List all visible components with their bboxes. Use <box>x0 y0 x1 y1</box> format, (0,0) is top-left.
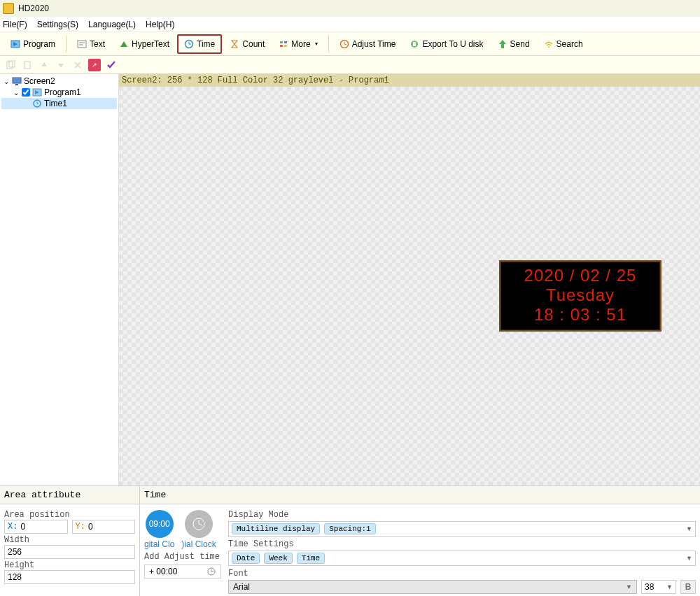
svg-point-18 <box>548 46 550 48</box>
time-settings-field[interactable]: Date Week Time ▼ <box>228 551 696 566</box>
svg-rect-8 <box>280 41 283 43</box>
tb-hypertext[interactable]: HyperText <box>113 34 176 54</box>
chevron-down-icon[interactable]: ▼ <box>686 525 692 532</box>
chevron-down-icon: ▼ <box>666 583 673 590</box>
led-preview[interactable]: 2020 / 02 / 25 Tuesday 18 : 03 : 51 <box>499 260 662 332</box>
send-icon <box>498 39 507 49</box>
led-day: Tuesday <box>503 285 657 305</box>
sub-export[interactable]: ↗ <box>88 59 101 71</box>
wifi-icon <box>544 39 554 49</box>
toolbar: Program Text HyperText Time Count More ▾ <box>0 32 700 56</box>
tb-time[interactable]: Time <box>177 34 222 54</box>
area-position-label: Area position <box>4 510 135 520</box>
tag-date[interactable]: Date <box>232 553 260 564</box>
time-panel: Time 09:00 gital Clo )ial Clock <box>140 486 700 596</box>
tag-week[interactable]: Week <box>264 553 292 564</box>
svg-rect-2 <box>78 41 86 48</box>
sub-check[interactable] <box>105 59 118 71</box>
export-icon: ↗ <box>88 59 101 71</box>
sub-up[interactable] <box>38 59 50 71</box>
display-mode-label: Display Mode <box>228 510 696 520</box>
x-prefix: X: <box>8 522 18 532</box>
tb-text[interactable]: Text <box>71 34 111 54</box>
y-field-wrap: Y: <box>72 520 136 534</box>
canvas-panel: Screen2: 256 * 128 Full Color 32 graylev… <box>119 74 700 485</box>
tb-count[interactable]: Count <box>223 34 271 54</box>
app-icon <box>3 3 14 14</box>
svg-rect-11 <box>284 45 287 47</box>
tree-panel: ⌄ Screen2 ⌄ Program1 Time1 <box>0 74 119 485</box>
chevron-down-icon[interactable]: ▼ <box>686 555 692 562</box>
play-icon <box>10 39 20 49</box>
sub-paste[interactable] <box>21 59 34 71</box>
svg-line-14 <box>344 44 346 45</box>
height-label: Height <box>4 560 135 570</box>
height-input[interactable] <box>4 570 135 584</box>
y-input[interactable] <box>88 520 132 533</box>
menu-file[interactable]: File(F) <box>3 20 27 29</box>
display-mode-field[interactable]: Multiline display Spacing:1 ▼ <box>228 521 696 537</box>
svg-rect-10 <box>280 45 283 47</box>
tree-twisty[interactable]: ⌄ <box>13 89 20 97</box>
led-time: 18 : 03 : 51 <box>503 305 657 325</box>
sub-delete[interactable] <box>71 59 84 71</box>
area-attribute-panel: Area attribute Area position X: Y: Width… <box>0 486 140 596</box>
text-icon <box>77 39 87 49</box>
x-input[interactable] <box>20 520 64 533</box>
monitor-icon <box>12 76 22 86</box>
font-size-select[interactable]: 38 ▼ <box>641 580 676 594</box>
clock-icon <box>184 39 194 49</box>
menu-help[interactable]: Help(H) <box>146 20 174 29</box>
digital-clock-icon: 09:00 <box>146 510 174 538</box>
font-select[interactable]: Arial ▼ <box>228 580 637 594</box>
tree-twisty[interactable]: ⌄ <box>3 78 10 85</box>
tree-screen[interactable]: ⌄ Screen2 <box>1 76 117 87</box>
more-icon <box>279 39 288 49</box>
area-panel-title: Area attribute <box>0 486 139 504</box>
width-input[interactable] <box>4 545 135 559</box>
svg-rect-21 <box>24 62 30 69</box>
tag-multiline[interactable]: Multiline display <box>232 523 320 534</box>
width-label: Width <box>4 535 135 545</box>
app-title: HD2020 <box>18 3 49 13</box>
time-settings-label: Time Settings <box>228 539 696 549</box>
dial-clock-choice[interactable]: )ial Clock <box>181 510 216 549</box>
tb-search[interactable]: Search <box>538 34 589 54</box>
chevron-down-icon: ▼ <box>626 583 632 590</box>
hypertext-icon <box>119 39 129 49</box>
tb-program[interactable]: Program <box>4 34 62 54</box>
adjust-clock-icon <box>340 39 349 49</box>
tb-more[interactable]: More ▾ <box>272 34 323 54</box>
adjust-label: Add Adjust time <box>144 552 221 562</box>
svg-marker-22 <box>41 62 47 66</box>
hourglass-icon <box>230 39 239 49</box>
usb-icon <box>410 39 419 49</box>
bold-button[interactable]: B <box>680 580 696 594</box>
font-label: Font <box>228 569 696 579</box>
sub-down[interactable] <box>55 59 67 71</box>
tb-export-usb[interactable]: Export To U disk <box>403 34 489 54</box>
y-prefix: Y: <box>76 522 85 532</box>
tree-program-check[interactable] <box>22 88 30 97</box>
adjust-time-field[interactable]: + 00:00 <box>144 565 221 579</box>
tree-time-item[interactable]: Time1 <box>1 98 117 109</box>
tag-spacing[interactable]: Spacing:1 <box>324 523 375 534</box>
separator <box>328 36 329 52</box>
canvas-area[interactable]: 2020 / 02 / 25 Tuesday 18 : 03 : 51 <box>119 87 700 485</box>
time-panel-title: Time <box>140 486 700 504</box>
svg-marker-23 <box>58 64 64 68</box>
sub-copy[interactable] <box>4 59 17 71</box>
menu-language[interactable]: Language(L) <box>88 20 136 29</box>
separator <box>66 36 66 52</box>
tb-adjust-time[interactable]: Adjust Time <box>333 34 402 54</box>
chevron-down-icon: ▾ <box>315 41 318 47</box>
digital-clock-choice[interactable]: 09:00 gital Clo <box>144 510 174 549</box>
tb-send[interactable]: Send <box>491 34 536 54</box>
tag-time[interactable]: Time <box>297 553 325 564</box>
title-bar: HD2020 <box>0 0 700 17</box>
menu-settings[interactable]: Settings(S) <box>37 20 78 29</box>
svg-line-33 <box>199 524 202 525</box>
svg-rect-24 <box>13 78 21 83</box>
tree-program[interactable]: ⌄ Program1 <box>1 87 117 98</box>
clock-small-icon <box>32 99 42 108</box>
